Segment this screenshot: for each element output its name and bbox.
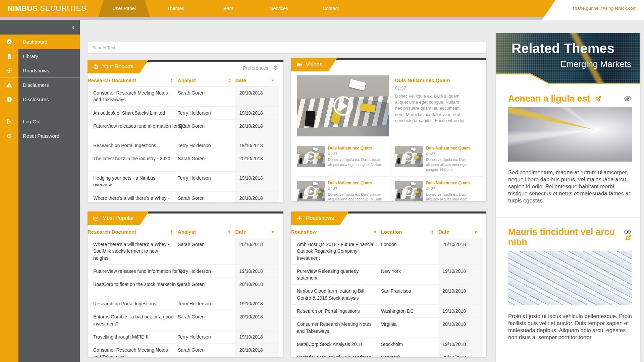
video-list-item[interactable]: Duis Nullam nec Quam 01:37 Donec vel lig… [390, 176, 483, 201]
video-list-item[interactable]: Duis Nullam nec Quam 01:37 Donec vel lig… [390, 142, 483, 176]
table-row[interactable]: PureView Releasing quarterly statement N… [291, 265, 482, 285]
nav-item[interactable]: Services [253, 0, 305, 17]
sidebar-item-label: Log Out [18, 119, 41, 124]
search-input[interactable] [88, 42, 486, 53]
video-description: Donec vel ligula ex. Duis aliquam alique… [328, 192, 386, 201]
table-row[interactable]: Research on Portal Ingestions Terry Hold… [88, 139, 279, 152]
caret-down-icon[interactable]: ▼ [271, 78, 275, 82]
sidebar-item[interactable]: Log Out [0, 114, 80, 129]
sidebar-item[interactable]: Disclaimers [0, 78, 80, 92]
table-row[interactable]: Entorps Gamble - a bad bet, or a good in… [88, 310, 279, 330]
table-row[interactable]: Where there's a will there's a Whey - So… [88, 192, 279, 202]
nav-item[interactable]: Themes [150, 0, 202, 17]
table-row[interactable]: Nimbus Cloud farm featuring Bill Gontro … [291, 285, 482, 305]
table-row[interactable]: Travelling through MiFID II Terry Holder… [88, 330, 279, 344]
article-title[interactable]: Aenean a ligula est [508, 94, 632, 104]
report-title: Consumer Research Meeting Notes and Take… [88, 86, 178, 106]
sort-icon[interactable]: ▲▼ [374, 230, 376, 234]
video-thumbnail[interactable] [297, 146, 325, 167]
report-date: 20/10/2018 [235, 238, 279, 264]
theme-article: Aenean a ligula est Sed condimentum, mag… [496, 84, 640, 218]
sidebar-item[interactable]: Dashboard [0, 35, 80, 49]
external-link-icon[interactable] [594, 95, 602, 103]
table-row[interactable]: AmbiHost Q4 2018 - Future Financial Outl… [291, 238, 482, 265]
video-list-item[interactable]: Duis Nullam nec Quam 01:37 Donec vel lig… [297, 142, 390, 176]
sidebar-collapse-button[interactable]: ‹ [72, 22, 74, 32]
video-title[interactable]: Duis Nullam nec Quam [328, 146, 386, 150]
table-row[interactable]: Consumer Research Meeting Notes and Take… [291, 318, 482, 338]
play-button-icon[interactable] [333, 96, 353, 116]
roadshow-title: Perrodal overview of 2020 roadmap. all s… [291, 351, 381, 357]
eye-slash-icon[interactable] [623, 94, 632, 104]
table-row[interactable]: FutureView releases fund information for… [88, 120, 279, 139]
user-email[interactable]: shane.gunnell@singletrack.com [572, 0, 637, 17]
brand-light: SECURITIES [40, 4, 86, 13]
sidebar-item-icon [0, 67, 18, 74]
video-thumbnail[interactable] [297, 75, 389, 136]
sidebar-item-icon [0, 82, 18, 88]
table-row[interactable]: Consumer Research Meeting Notes and Take… [88, 344, 279, 357]
your-reports-tab: Your Reports [88, 60, 148, 73]
play-button-icon[interactable] [404, 186, 414, 196]
sidebar-item[interactable]: Reset Password [0, 129, 80, 143]
table-row[interactable]: BoatCorp to float on the stock market in… [88, 278, 279, 297]
table-row[interactable]: The latest buzz in the industry - 2020 S… [88, 152, 279, 172]
preferences-button[interactable]: Preferences ⚙ [243, 64, 278, 71]
roadshow-title: Nimbus Cloud farm featuring Bill Gontro … [291, 285, 381, 304]
report-analyst: Sarah Goren [178, 120, 235, 139]
nav-item[interactable]: Team [202, 0, 253, 17]
sidebar-item-label: Library [18, 53, 38, 59]
table-row[interactable]: An outlook of ShareStocks Limited Terry … [88, 107, 279, 120]
eye-slash-icon[interactable] [623, 228, 632, 238]
play-button-icon[interactable] [306, 186, 316, 196]
roadshow-location: San Francisco [381, 285, 438, 304]
table-row[interactable]: MetalCorp Stock Analysis 2018 Stockholm … [291, 338, 482, 351]
video-duration: 01:37 [395, 85, 467, 90]
sidebar-item[interactable]: Roadshows [0, 63, 80, 78]
video-title[interactable]: Duis Nullam nec Quam [426, 146, 480, 150]
video-title[interactable]: Duis Nullam nec Quam [426, 181, 480, 185]
article-title[interactable]: Mauris tincidunt vel arcu nibh [508, 227, 632, 248]
video-thumbnail[interactable] [395, 146, 423, 167]
sort-icon[interactable]: ▲▼ [170, 78, 173, 83]
caret-down-icon[interactable]: ▼ [271, 230, 275, 234]
table-row[interactable]: FutureView releases fund information for… [88, 265, 279, 278]
roadshow-date: 19/10/2018 [438, 305, 482, 317]
theme-article: Mauris tincidunt vel arcu nibh Proin at … [496, 218, 640, 354]
report-title: FutureView releases fund information for… [88, 120, 178, 139]
roadshow-location: Washington DC [381, 305, 438, 317]
sidebar-item-icon [0, 53, 18, 59]
video-title[interactable]: Duis Nullam nec Quam [328, 181, 386, 185]
report-title: Entorps Gamble - a bad bet, or a good in… [88, 310, 178, 330]
table-row[interactable]: Where there's a will there's a Whey - So… [88, 238, 279, 265]
nav-item[interactable]: User Panel [98, 0, 150, 17]
report-title: FutureView releases fund information for… [88, 265, 178, 278]
sort-icon[interactable]: ▲▼ [228, 78, 231, 83]
video-description: Donec vel ligula ex. Duis aliquam alique… [328, 157, 386, 167]
gear-icon[interactable]: ⚙ [273, 64, 278, 71]
video-title[interactable]: Duis Nullam nec Quam [395, 77, 467, 83]
article-image [508, 107, 632, 162]
report-analyst: Sarah Goren [178, 238, 235, 264]
sort-icon[interactable]: ▲▼ [228, 230, 231, 234]
brand-logo: NIMBUS SECURITIES [7, 0, 86, 17]
video-thumbnail[interactable] [297, 181, 325, 201]
report-title: Where there's a will there's a Whey - So… [88, 192, 178, 202]
table-row[interactable]: Research on Portal Ingestions Terry Hold… [88, 297, 279, 310]
sort-icon[interactable]: ▲▼ [431, 230, 434, 234]
table-row[interactable]: Consumer Research Meeting Notes and Take… [88, 86, 279, 107]
report-date: 20/10/2018 [235, 278, 279, 297]
table-row[interactable]: Hedging your bets - a Nimbus overview Te… [88, 172, 279, 192]
nav-item[interactable]: Contact [305, 0, 357, 17]
sidebar-item[interactable]: Disclosures [0, 92, 80, 107]
sidebar-item-label: Roadshows [18, 68, 49, 73]
sidebar-item[interactable]: Library [0, 49, 80, 63]
caret-down-icon[interactable]: ▼ [474, 230, 478, 234]
videos-panel: Videos Duis Nullam nec Quam 01:37 Donec … [291, 58, 486, 201]
table-row[interactable]: Perrodal overview of 2020 roadmap. all s… [291, 351, 482, 357]
your-reports-table: Research Document▲▼ Analyst▲▼ Date▼ Cons… [88, 74, 279, 202]
table-row[interactable]: Research on Portal Ingestions Washington… [291, 305, 482, 318]
video-list-item[interactable]: Duis Nullam nec Quam 01:37 Donec vel lig… [297, 176, 390, 201]
sort-icon[interactable]: ▲▼ [170, 230, 173, 234]
video-thumbnail[interactable] [395, 181, 423, 201]
